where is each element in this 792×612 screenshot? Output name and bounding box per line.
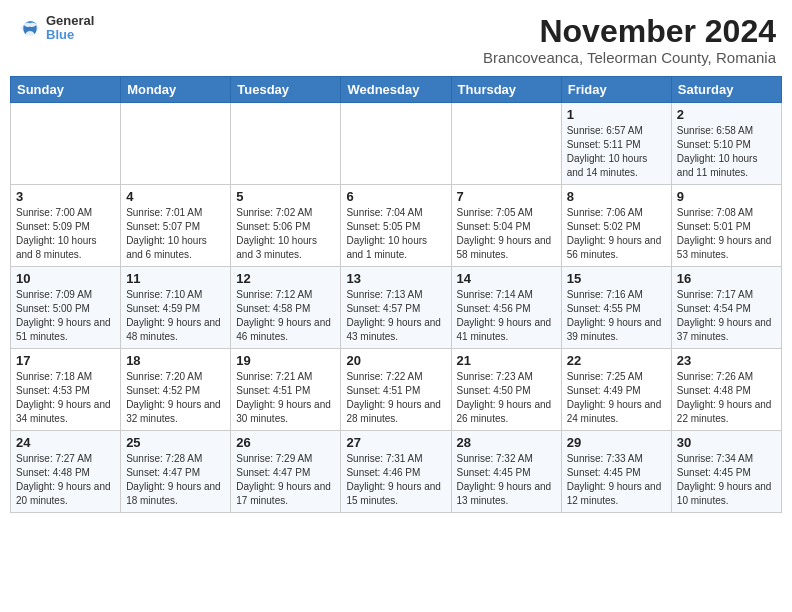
day-number: 27 (346, 435, 445, 450)
logo-icon (16, 14, 44, 42)
day-info: Sunrise: 7:08 AM Sunset: 5:01 PM Dayligh… (677, 206, 776, 262)
calendar-cell: 26Sunrise: 7:29 AM Sunset: 4:47 PM Dayli… (231, 431, 341, 513)
calendar-cell: 15Sunrise: 7:16 AM Sunset: 4:55 PM Dayli… (561, 267, 671, 349)
day-info: Sunrise: 7:17 AM Sunset: 4:54 PM Dayligh… (677, 288, 776, 344)
title-area: November 2024 Brancoveanca, Teleorman Co… (483, 14, 776, 66)
calendar-cell: 16Sunrise: 7:17 AM Sunset: 4:54 PM Dayli… (671, 267, 781, 349)
calendar-cell: 19Sunrise: 7:21 AM Sunset: 4:51 PM Dayli… (231, 349, 341, 431)
calendar-week-row: 10Sunrise: 7:09 AM Sunset: 5:00 PM Dayli… (11, 267, 782, 349)
calendar-cell (341, 103, 451, 185)
day-number: 6 (346, 189, 445, 204)
day-number: 2 (677, 107, 776, 122)
calendar-cell: 10Sunrise: 7:09 AM Sunset: 5:00 PM Dayli… (11, 267, 121, 349)
day-number: 15 (567, 271, 666, 286)
logo: General Blue (16, 14, 94, 43)
day-info: Sunrise: 7:25 AM Sunset: 4:49 PM Dayligh… (567, 370, 666, 426)
day-number: 7 (457, 189, 556, 204)
day-number: 1 (567, 107, 666, 122)
day-info: Sunrise: 7:28 AM Sunset: 4:47 PM Dayligh… (126, 452, 225, 508)
day-info: Sunrise: 7:33 AM Sunset: 4:45 PM Dayligh… (567, 452, 666, 508)
calendar-week-row: 24Sunrise: 7:27 AM Sunset: 4:48 PM Dayli… (11, 431, 782, 513)
calendar-week-row: 3Sunrise: 7:00 AM Sunset: 5:09 PM Daylig… (11, 185, 782, 267)
calendar-cell: 6Sunrise: 7:04 AM Sunset: 5:05 PM Daylig… (341, 185, 451, 267)
day-number: 10 (16, 271, 115, 286)
day-info: Sunrise: 6:58 AM Sunset: 5:10 PM Dayligh… (677, 124, 776, 180)
calendar-cell: 5Sunrise: 7:02 AM Sunset: 5:06 PM Daylig… (231, 185, 341, 267)
day-info: Sunrise: 7:05 AM Sunset: 5:04 PM Dayligh… (457, 206, 556, 262)
calendar-cell: 29Sunrise: 7:33 AM Sunset: 4:45 PM Dayli… (561, 431, 671, 513)
day-number: 28 (457, 435, 556, 450)
day-number: 19 (236, 353, 335, 368)
day-info: Sunrise: 7:20 AM Sunset: 4:52 PM Dayligh… (126, 370, 225, 426)
day-info: Sunrise: 7:34 AM Sunset: 4:45 PM Dayligh… (677, 452, 776, 508)
day-number: 25 (126, 435, 225, 450)
calendar-day-header: Wednesday (341, 77, 451, 103)
calendar-cell: 27Sunrise: 7:31 AM Sunset: 4:46 PM Dayli… (341, 431, 451, 513)
calendar-cell: 21Sunrise: 7:23 AM Sunset: 4:50 PM Dayli… (451, 349, 561, 431)
day-number: 11 (126, 271, 225, 286)
day-info: Sunrise: 7:10 AM Sunset: 4:59 PM Dayligh… (126, 288, 225, 344)
day-number: 14 (457, 271, 556, 286)
calendar-week-row: 17Sunrise: 7:18 AM Sunset: 4:53 PM Dayli… (11, 349, 782, 431)
day-info: Sunrise: 7:01 AM Sunset: 5:07 PM Dayligh… (126, 206, 225, 262)
calendar-cell: 23Sunrise: 7:26 AM Sunset: 4:48 PM Dayli… (671, 349, 781, 431)
day-info: Sunrise: 7:31 AM Sunset: 4:46 PM Dayligh… (346, 452, 445, 508)
calendar-cell: 1Sunrise: 6:57 AM Sunset: 5:11 PM Daylig… (561, 103, 671, 185)
calendar-cell: 11Sunrise: 7:10 AM Sunset: 4:59 PM Dayli… (121, 267, 231, 349)
day-number: 29 (567, 435, 666, 450)
calendar-cell: 18Sunrise: 7:20 AM Sunset: 4:52 PM Dayli… (121, 349, 231, 431)
day-info: Sunrise: 7:06 AM Sunset: 5:02 PM Dayligh… (567, 206, 666, 262)
calendar-day-header: Friday (561, 77, 671, 103)
calendar-cell: 4Sunrise: 7:01 AM Sunset: 5:07 PM Daylig… (121, 185, 231, 267)
calendar-cell: 9Sunrise: 7:08 AM Sunset: 5:01 PM Daylig… (671, 185, 781, 267)
calendar-day-header: Thursday (451, 77, 561, 103)
calendar-cell: 13Sunrise: 7:13 AM Sunset: 4:57 PM Dayli… (341, 267, 451, 349)
calendar-cell (231, 103, 341, 185)
day-info: Sunrise: 7:29 AM Sunset: 4:47 PM Dayligh… (236, 452, 335, 508)
day-info: Sunrise: 7:09 AM Sunset: 5:00 PM Dayligh… (16, 288, 115, 344)
day-info: Sunrise: 7:13 AM Sunset: 4:57 PM Dayligh… (346, 288, 445, 344)
day-number: 9 (677, 189, 776, 204)
day-info: Sunrise: 7:16 AM Sunset: 4:55 PM Dayligh… (567, 288, 666, 344)
calendar-cell: 14Sunrise: 7:14 AM Sunset: 4:56 PM Dayli… (451, 267, 561, 349)
day-info: Sunrise: 6:57 AM Sunset: 5:11 PM Dayligh… (567, 124, 666, 180)
calendar-cell: 30Sunrise: 7:34 AM Sunset: 4:45 PM Dayli… (671, 431, 781, 513)
day-number: 30 (677, 435, 776, 450)
day-info: Sunrise: 7:26 AM Sunset: 4:48 PM Dayligh… (677, 370, 776, 426)
calendar-day-header: Sunday (11, 77, 121, 103)
day-info: Sunrise: 7:23 AM Sunset: 4:50 PM Dayligh… (457, 370, 556, 426)
day-number: 23 (677, 353, 776, 368)
day-info: Sunrise: 7:14 AM Sunset: 4:56 PM Dayligh… (457, 288, 556, 344)
day-number: 16 (677, 271, 776, 286)
day-number: 8 (567, 189, 666, 204)
calendar-cell: 28Sunrise: 7:32 AM Sunset: 4:45 PM Dayli… (451, 431, 561, 513)
logo-line1: General (46, 14, 94, 28)
calendar-week-row: 1Sunrise: 6:57 AM Sunset: 5:11 PM Daylig… (11, 103, 782, 185)
page-title: November 2024 (483, 14, 776, 49)
calendar-cell: 2Sunrise: 6:58 AM Sunset: 5:10 PM Daylig… (671, 103, 781, 185)
calendar-day-header: Saturday (671, 77, 781, 103)
calendar-cell: 20Sunrise: 7:22 AM Sunset: 4:51 PM Dayli… (341, 349, 451, 431)
calendar-cell: 22Sunrise: 7:25 AM Sunset: 4:49 PM Dayli… (561, 349, 671, 431)
day-number: 12 (236, 271, 335, 286)
calendar-cell: 17Sunrise: 7:18 AM Sunset: 4:53 PM Dayli… (11, 349, 121, 431)
calendar-cell: 7Sunrise: 7:05 AM Sunset: 5:04 PM Daylig… (451, 185, 561, 267)
calendar-cell: 12Sunrise: 7:12 AM Sunset: 4:58 PM Dayli… (231, 267, 341, 349)
day-info: Sunrise: 7:00 AM Sunset: 5:09 PM Dayligh… (16, 206, 115, 262)
calendar-cell (121, 103, 231, 185)
calendar-day-header: Monday (121, 77, 231, 103)
day-number: 13 (346, 271, 445, 286)
calendar-cell: 8Sunrise: 7:06 AM Sunset: 5:02 PM Daylig… (561, 185, 671, 267)
calendar-cell (11, 103, 121, 185)
day-info: Sunrise: 7:21 AM Sunset: 4:51 PM Dayligh… (236, 370, 335, 426)
calendar-header-row: SundayMondayTuesdayWednesdayThursdayFrid… (11, 77, 782, 103)
day-number: 4 (126, 189, 225, 204)
day-number: 5 (236, 189, 335, 204)
day-number: 21 (457, 353, 556, 368)
calendar-cell: 25Sunrise: 7:28 AM Sunset: 4:47 PM Dayli… (121, 431, 231, 513)
day-number: 18 (126, 353, 225, 368)
page-header: General Blue November 2024 Brancoveanca,… (10, 10, 782, 70)
day-number: 22 (567, 353, 666, 368)
calendar-cell: 24Sunrise: 7:27 AM Sunset: 4:48 PM Dayli… (11, 431, 121, 513)
day-info: Sunrise: 7:22 AM Sunset: 4:51 PM Dayligh… (346, 370, 445, 426)
